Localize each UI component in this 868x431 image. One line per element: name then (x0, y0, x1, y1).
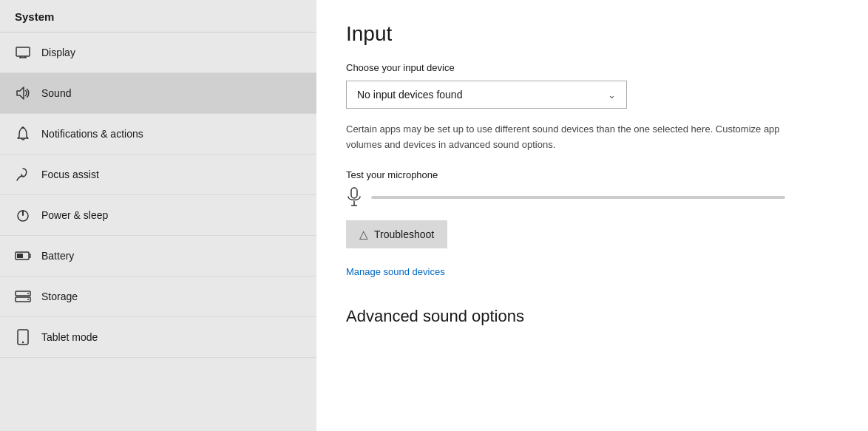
sidebar-item-label: Battery (41, 250, 74, 262)
svg-point-13 (27, 299, 29, 300)
page-title: Input (346, 22, 838, 46)
sidebar-item-display[interactable]: Display (0, 33, 316, 73)
description-text: Certain apps may be set up to use differ… (346, 122, 790, 153)
svg-rect-16 (351, 188, 357, 198)
input-device-label: Choose your input device (346, 62, 838, 73)
sidebar-item-storage[interactable]: Storage (0, 276, 316, 317)
sidebar-item-label: Sound (41, 87, 71, 99)
mic-test-row (346, 189, 838, 206)
sidebar-item-label: Tablet mode (41, 331, 98, 343)
troubleshoot-label: Troubleshoot (374, 228, 434, 240)
sidebar-item-notifications[interactable]: Notifications & actions (0, 114, 316, 155)
sidebar-item-label: Focus assist (41, 169, 99, 180)
focus-icon (15, 166, 31, 183)
svg-point-12 (27, 293, 29, 294)
troubleshoot-button[interactable]: △ Troubleshoot (346, 220, 447, 248)
microphone-icon (346, 189, 362, 206)
sidebar-item-label: Storage (41, 291, 78, 302)
notifications-icon (15, 126, 31, 142)
sound-icon (15, 85, 31, 101)
sidebar-item-label: Display (41, 47, 75, 58)
main-content: Input Choose your input device No input … (316, 0, 868, 431)
svg-rect-0 (16, 47, 30, 56)
svg-rect-9 (17, 254, 23, 258)
warning-icon: △ (359, 228, 368, 241)
sidebar-item-label: Power & sleep (41, 209, 108, 221)
sidebar-item-label: Notifications & actions (41, 128, 143, 140)
advanced-section-title: Advanced sound options (346, 307, 838, 326)
dropdown-value: No input devices found (357, 89, 462, 101)
mic-test-label: Test your microphone (346, 169, 838, 180)
chevron-down-icon: ⌄ (608, 89, 616, 101)
sidebar-item-battery[interactable]: Battery (0, 236, 316, 276)
manage-sound-devices-link[interactable]: Manage sound devices (346, 266, 445, 277)
storage-icon (15, 288, 31, 305)
sidebar-item-power[interactable]: Power & sleep (0, 195, 316, 236)
tablet-icon (15, 329, 31, 345)
sidebar-item-tablet[interactable]: Tablet mode (0, 317, 316, 358)
mic-level-bar (371, 196, 785, 199)
sidebar-title: System (0, 0, 316, 33)
sidebar-item-focus[interactable]: Focus assist (0, 155, 316, 195)
sidebar-item-sound[interactable]: Sound (0, 73, 316, 114)
input-device-dropdown[interactable]: No input devices found ⌄ (346, 81, 627, 109)
display-icon (15, 44, 31, 61)
battery-icon (15, 248, 31, 264)
svg-marker-4 (17, 87, 24, 99)
svg-point-15 (22, 342, 24, 343)
power-icon (15, 207, 31, 223)
sidebar: System Display Sound (0, 0, 316, 431)
